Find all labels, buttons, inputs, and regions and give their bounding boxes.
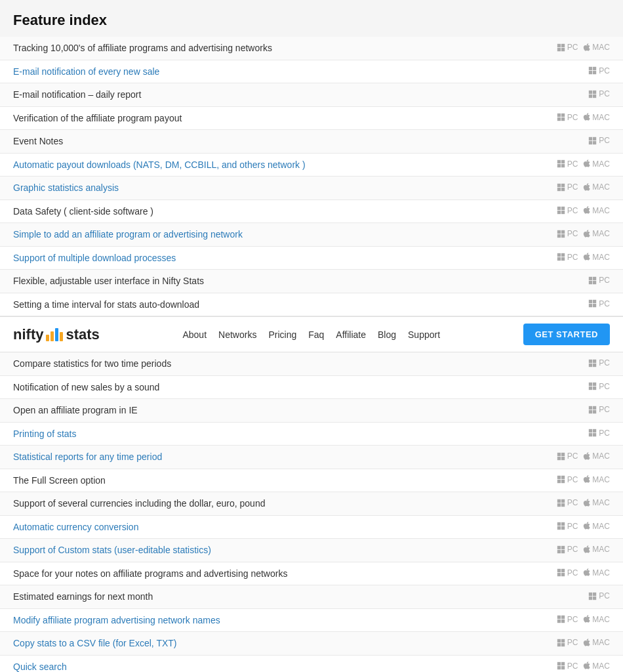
svg-rect-78 [557,526,560,530]
svg-rect-102 [557,666,560,669]
mac-badge: MAC [583,159,610,169]
feature-name[interactable]: Copy stats to a CSV file (for Excel, TXT… [0,632,468,656]
platform-cell: PC [468,375,624,399]
table-row: Support of multiple download processes P… [0,246,623,270]
feature-name: Notification of new sales by a sound [0,375,468,399]
feature-name[interactable]: Quick search [0,655,468,672]
feature-name[interactable]: E-mail notification of every new sale [0,60,468,83]
feature-name: Open an affiliate program in IE [0,399,468,423]
mac-badge: MAC [583,662,610,671]
table-row: Tracking 10,000's of affiliate programs … [0,37,623,60]
platform-cell: PC [468,60,624,83]
table-row: E-mail notification of every new sale PC [0,60,623,83]
svg-rect-6 [589,71,592,74]
svg-rect-94 [557,620,560,623]
feature-name: Estimated earnings for next month [0,585,468,609]
logo: nifty stats [13,326,100,343]
svg-rect-5 [593,67,596,70]
feature-name: Space for your notes on affiliate progra… [0,562,468,585]
platform-cell: PC MAC [468,223,624,247]
pc-badge: PC [557,662,578,671]
svg-rect-82 [557,549,560,553]
svg-rect-40 [589,276,592,280]
svg-rect-83 [561,549,565,553]
platform-cell: PC [468,83,624,107]
svg-rect-48 [589,359,592,362]
logo-text-after: stats [66,326,99,343]
table-row: Event Notes PC [0,130,623,154]
feature-name[interactable]: Automatic currency conversion [0,515,468,539]
logo-text-before: nifty [13,326,43,343]
get-started-button[interactable]: GET STARTED [523,324,610,345]
svg-rect-49 [593,359,596,362]
page-title: Feature index [0,0,623,37]
nav-link-faq[interactable]: Faq [308,329,324,340]
svg-rect-43 [593,280,596,284]
svg-rect-87 [561,573,565,576]
svg-rect-92 [557,616,560,619]
feature-name[interactable]: Graphic statistics analysis [0,177,468,200]
platform-cell: PC [468,130,624,154]
platform-cell: PC MAC [468,200,624,223]
svg-rect-41 [593,276,596,280]
mac-badge: MAC [583,475,610,484]
feature-name[interactable]: Support of multiple download processes [0,246,468,270]
pc-badge: PC [557,475,578,484]
svg-rect-23 [561,164,565,167]
table-row: Compare statistics for two time periods … [0,352,623,375]
svg-rect-1 [561,43,565,47]
pc-badge: PC [588,299,610,308]
feature-name[interactable]: Statistical reports for any time period [0,446,468,469]
svg-rect-45 [593,300,596,303]
feature-index-header: Feature index Tracking 10,000's of affil… [0,0,623,316]
svg-rect-52 [589,383,592,386]
nav-link-pricing[interactable]: Pricing [268,329,296,340]
svg-rect-3 [561,47,565,51]
nav-link-support[interactable]: Support [408,329,440,340]
platform-cell: PC MAC [468,492,624,516]
mac-badge: MAC [583,253,610,262]
mac-badge: MAC [583,498,610,507]
feature-name[interactable]: Support of Custom stats (user-editable s… [0,539,468,562]
svg-rect-97 [561,639,565,642]
feature-name: Data Safety ( client-side software ) [0,200,468,223]
svg-rect-62 [589,433,592,436]
feature-name[interactable]: Automatic payout downloads (NATS, DM, CC… [0,153,468,177]
svg-rect-8 [589,90,592,93]
pc-badge: PC [588,429,610,438]
nav-link-affiliate[interactable]: Affiliate [336,329,366,340]
platform-cell: PC [468,352,624,375]
nav-link-blog[interactable]: Blog [378,329,396,340]
svg-rect-2 [557,47,560,51]
pc-badge: PC [557,545,578,554]
svg-rect-74 [557,503,560,506]
feature-name[interactable]: Printing of stats [0,422,468,446]
nav-link-about[interactable]: About [182,329,207,340]
pc-badge: PC [557,568,578,578]
pc-badge: PC [557,253,578,262]
mac-badge: MAC [583,43,610,52]
svg-rect-11 [593,94,596,97]
pc-badge: PC [588,89,610,98]
pc-badge: PC [588,358,610,368]
mac-badge: MAC [583,615,610,624]
svg-rect-46 [589,304,592,307]
svg-rect-100 [557,662,560,665]
bar2 [50,331,54,341]
svg-rect-86 [557,573,560,576]
table-row: Support of several currencies including … [0,492,623,516]
feature-name[interactable]: Modify affiliate program advertising net… [0,608,468,632]
pc-badge: PC [588,405,610,414]
feature-name[interactable]: Simple to add an affiliate program or ad… [0,223,468,247]
svg-rect-80 [557,545,560,549]
table-row: Automatic payout downloads (NATS, DM, CC… [0,153,623,177]
svg-rect-17 [593,136,596,140]
mac-badge: MAC [583,545,610,554]
feature-name: E-mail notification – daily report [0,83,468,107]
page-wrapper: Feature index Tracking 10,000's of affil… [0,0,623,672]
nav-link-networks[interactable]: Networks [218,329,256,340]
svg-rect-85 [561,569,565,572]
pc-badge: PC [557,113,578,122]
svg-rect-29 [561,207,565,210]
svg-rect-14 [557,117,560,121]
